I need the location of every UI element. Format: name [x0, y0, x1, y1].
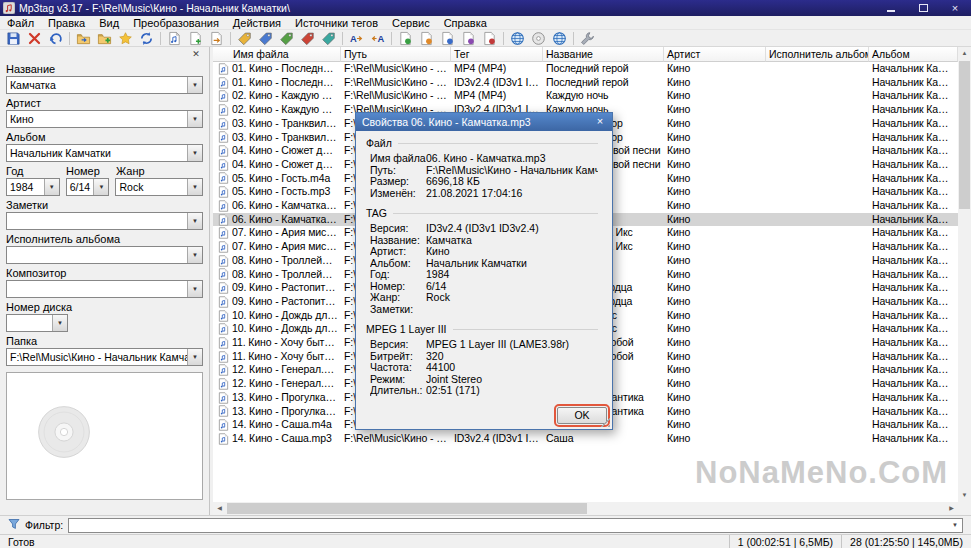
column-header[interactable]: Тег — [451, 47, 543, 62]
horizontal-scrollbar[interactable]: ◀ ▶ — [213, 502, 958, 515]
minimize-button[interactable] — [875, 0, 907, 16]
vertical-scroll-thumb[interactable] — [959, 61, 970, 209]
playlist-icon[interactable] — [164, 30, 185, 47]
directory-field[interactable]: F:\Rel\Music\Кино - Начальник Камчатки\▼ — [6, 348, 203, 366]
track-field[interactable]: 6/14▼ — [66, 178, 110, 196]
online-help-icon[interactable] — [549, 30, 570, 47]
column-header[interactable]: Артист — [664, 47, 766, 62]
dialog-field-row: Версия:ID3v2.4 (ID3v1 ID3v2.4) — [370, 223, 598, 235]
playlist-add-icon[interactable] — [185, 30, 206, 47]
column-header[interactable]: Альбом — [869, 47, 958, 62]
artist-field[interactable]: Кино▼ — [6, 110, 203, 128]
album-field[interactable]: Начальник Камчатки▼ — [6, 144, 203, 162]
genre-field[interactable]: Rock▼ — [115, 178, 203, 196]
save-tag-icon[interactable] — [3, 30, 24, 47]
cover-art-box[interactable] — [6, 372, 203, 500]
dropdown-arrow-icon[interactable]: ▼ — [187, 349, 202, 365]
table-row[interactable]: 02. Кино - Каждую ночь.m4aF:\Rel\Music\К… — [213, 89, 958, 103]
app-icon — [3, 2, 15, 14]
web-sources-icon[interactable] — [507, 30, 528, 47]
close-button[interactable]: × — [939, 0, 971, 16]
tag-source-teal-icon[interactable] — [318, 30, 339, 47]
remove-fields-icon[interactable] — [479, 30, 500, 47]
dialog-title-bar[interactable]: Свойства 06. Кино - Камчатка.mp3 × — [356, 113, 612, 131]
copy-tag-icon[interactable] — [437, 30, 458, 47]
cell: Кино — [664, 391, 766, 405]
scroll-left-icon[interactable]: ◀ — [213, 502, 226, 515]
tag-source-green-icon[interactable] — [276, 30, 297, 47]
maximize-button[interactable] — [907, 0, 939, 16]
close-tag-panel-button[interactable]: ✕ — [189, 49, 203, 60]
vertical-scrollbar[interactable]: ▲ ▼ — [958, 47, 971, 502]
convert-tag-filename-icon[interactable]: A — [346, 30, 367, 47]
menu-item[interactable]: Справка — [437, 16, 494, 29]
column-header[interactable]: Имя файла — [213, 47, 341, 62]
dropdown-arrow-icon[interactable]: ▼ — [187, 247, 202, 263]
composer-field[interactable]: ▼ — [6, 280, 203, 298]
dropdown-arrow-icon[interactable]: ▼ — [187, 213, 202, 229]
undo-icon[interactable] — [45, 30, 66, 47]
scroll-up-icon[interactable]: ▲ — [958, 47, 971, 60]
tag-source-yellow-icon[interactable] — [234, 30, 255, 47]
menu-item[interactable]: Правка — [41, 16, 92, 29]
menu-item[interactable]: Источники тегов — [288, 16, 385, 29]
column-header[interactable]: Исполнитель альбома — [766, 47, 869, 62]
dropdown-arrow-icon[interactable]: ▼ — [187, 281, 202, 297]
menu-item[interactable]: Действия — [226, 16, 288, 29]
dropdown-arrow-icon[interactable]: ▼ — [187, 111, 202, 127]
toolbar-separator — [160, 32, 161, 45]
menu-item[interactable]: Преобразования — [126, 16, 226, 29]
albumartist-field[interactable]: ▼ — [6, 246, 203, 264]
dropdown-arrow-icon[interactable]: ▼ — [93, 179, 108, 195]
export-icon[interactable] — [206, 30, 227, 47]
scroll-down-icon[interactable]: ▼ — [958, 489, 971, 502]
cell: Кино — [664, 254, 766, 268]
comment-field[interactable]: ▼ — [6, 212, 203, 230]
refresh-icon[interactable] — [136, 30, 157, 47]
dialog-field-row: Битрейт:320 — [370, 351, 598, 363]
actions-icon[interactable] — [395, 30, 416, 47]
table-row[interactable]: 14. Кино - Саша.mp3F:\Rel\Music\Кино - Н… — [213, 432, 958, 446]
cell: Кино — [664, 350, 766, 364]
tag-source-red-icon[interactable] — [297, 30, 318, 47]
filter-dropdown-icon[interactable]: ▼ — [948, 522, 962, 528]
favorites-icon[interactable] — [115, 30, 136, 47]
paste-tag-icon[interactable] — [458, 30, 479, 47]
menu-item[interactable]: Вид — [92, 16, 126, 29]
table-row[interactable]: 01. Кино - Последний герой.m4aF:\Rel\Mus… — [213, 62, 958, 76]
cell: MP4 (MP4) — [451, 89, 543, 103]
dialog-close-icon[interactable]: × — [591, 115, 609, 129]
filename-cell: 04. Кино - Сюжет для новой песни.m4a — [213, 144, 341, 158]
actions-quick-icon[interactable] — [416, 30, 437, 47]
scroll-right-icon[interactable]: ▶ — [945, 502, 958, 515]
filter-input[interactable]: ▼ — [68, 518, 963, 533]
column-header[interactable]: Путь — [341, 47, 451, 62]
add-directory-icon[interactable] — [94, 30, 115, 47]
dropdown-arrow-icon[interactable]: ▼ — [187, 145, 202, 161]
dropdown-arrow-icon[interactable]: ▼ — [44, 179, 59, 195]
convert-filename-tag-icon[interactable]: A — [367, 30, 388, 47]
dropdown-arrow-icon[interactable]: ▼ — [187, 77, 202, 93]
filter-bar: Фильтр: ▼ — [0, 515, 971, 534]
title-bar[interactable]: Mp3tag v3.17 - F:\Rel\Music\Кино - Начал… — [0, 0, 971, 16]
title-field[interactable]: Камчатка▼ — [6, 76, 203, 94]
dropdown-arrow-icon[interactable]: ▼ — [187, 179, 202, 195]
cell — [766, 213, 869, 227]
year-field[interactable]: 1984▼ — [6, 178, 60, 196]
discnumber-field[interactable]: ▼ — [6, 314, 68, 332]
cell: Начальник Камчатки — [869, 405, 958, 419]
menu-item[interactable]: Сервис — [385, 16, 437, 29]
menu-item[interactable]: Файл — [0, 16, 41, 29]
table-row[interactable]: 01. Кино - Последний герой.mp3F:\Rel\Mus… — [213, 76, 958, 90]
remove-tag-icon[interactable] — [24, 30, 45, 47]
change-directory-icon[interactable] — [73, 30, 94, 47]
coverart-download-icon[interactable] — [528, 30, 549, 47]
options-icon[interactable] — [577, 30, 598, 47]
horizontal-scroll-thumb[interactable] — [227, 503, 587, 514]
status-bar: Готов 1 (00:02:51 | 6,5МБ) 28 (01:25:50 … — [0, 534, 971, 548]
ok-button[interactable]: OK — [557, 407, 607, 424]
dropdown-arrow-icon[interactable]: ▼ — [52, 315, 67, 331]
filter-icon[interactable] — [8, 518, 20, 532]
column-header[interactable]: Название — [543, 47, 664, 62]
tag-source-blue-icon[interactable] — [255, 30, 276, 47]
